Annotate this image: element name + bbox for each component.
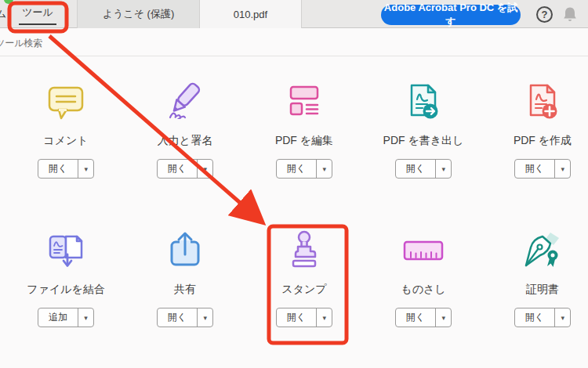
tab-home-partial[interactable]: ム bbox=[0, 0, 6, 28]
measure-open-button[interactable]: 開く ▾ bbox=[395, 308, 452, 327]
tool-card-edit-pdf: PDF を編集 開く ▾ bbox=[253, 74, 355, 179]
tool-label: 証明書 bbox=[492, 283, 588, 298]
fill-sign-open-button[interactable]: 開く ▾ bbox=[157, 159, 213, 179]
tool-card-certificate: 証明書 開く ▾ bbox=[492, 223, 588, 327]
share-open-button[interactable]: 開く ▾ bbox=[157, 308, 213, 327]
tool-card-measure: ものさし 開く ▾ bbox=[372, 223, 474, 327]
chevron-down-icon[interactable]: ▾ bbox=[197, 160, 212, 178]
chevron-down-icon[interactable]: ▾ bbox=[554, 308, 570, 327]
tool-card-comment: コメント 開く ▾ bbox=[15, 74, 117, 179]
top-tab-bar: ム ツール ようこそ (保護) 010.pdf Adobe Acrobat Pr… bbox=[0, 0, 588, 28]
export-pdf-open-button[interactable]: 開く ▾ bbox=[395, 159, 452, 179]
chevron-down-icon[interactable]: ▾ bbox=[435, 160, 451, 178]
combine-files-add-button[interactable]: 追加 ▾ bbox=[38, 308, 94, 327]
tool-label: PDF を作成 bbox=[492, 134, 588, 150]
notifications-bell-icon[interactable] bbox=[562, 6, 578, 23]
tool-label: スタンプ bbox=[253, 283, 355, 298]
certificate-icon bbox=[492, 223, 588, 278]
tool-card-stamp: スタンプ 開く ▾ bbox=[253, 223, 355, 327]
tab-tools-label: ツール bbox=[19, 3, 56, 25]
certificate-open-button[interactable]: 開く ▾ bbox=[514, 308, 571, 327]
share-icon bbox=[134, 223, 236, 278]
tool-card-share: 共有 開く ▾ bbox=[134, 223, 236, 327]
tool-card-create-pdf: PDF を作成 開く ▾ bbox=[492, 74, 588, 179]
chevron-down-icon[interactable]: ▾ bbox=[316, 160, 332, 178]
measure-icon bbox=[372, 223, 474, 278]
chevron-down-icon[interactable]: ▾ bbox=[78, 160, 93, 178]
combine-files-icon bbox=[15, 223, 117, 278]
tool-card-export-pdf: PDF を書き出し 開く ▾ bbox=[372, 74, 474, 179]
tool-card-combine-files: ファイルを結合 追加 ▾ bbox=[15, 223, 117, 327]
chevron-down-icon[interactable]: ▾ bbox=[554, 160, 570, 178]
tool-label: ものさし bbox=[372, 283, 474, 298]
stamp-icon bbox=[253, 223, 355, 278]
tab-welcome-protected[interactable]: ようこそ (保護) bbox=[77, 0, 200, 28]
help-icon[interactable]: ? bbox=[536, 6, 553, 23]
chevron-down-icon[interactable]: ▾ bbox=[78, 308, 93, 327]
tool-label: 共有 bbox=[134, 283, 236, 298]
tool-label: PDF を書き出し bbox=[372, 134, 474, 150]
tab-tools[interactable]: ツール bbox=[9, 0, 66, 28]
edit-pdf-icon bbox=[253, 74, 355, 129]
chevron-down-icon[interactable]: ▾ bbox=[316, 308, 332, 327]
edit-pdf-open-button[interactable]: 開く ▾ bbox=[276, 159, 332, 179]
tab-document-010pdf[interactable]: 010.pdf bbox=[200, 0, 302, 28]
tool-card-fill-sign: 入力と署名 開く ▾ bbox=[134, 74, 236, 179]
chevron-down-icon[interactable]: ▾ bbox=[435, 308, 451, 327]
tool-label: ファイルを結合 bbox=[15, 283, 117, 298]
export-pdf-icon bbox=[372, 74, 474, 129]
divider bbox=[0, 56, 588, 56]
tool-label: 入力と署名 bbox=[134, 134, 236, 150]
fill-sign-icon bbox=[134, 74, 236, 129]
tool-label: コメント bbox=[15, 134, 117, 150]
try-acrobat-pro-button[interactable]: Adobe Acrobat Pro DC を試す bbox=[381, 5, 521, 25]
comment-icon bbox=[15, 74, 117, 129]
create-pdf-icon bbox=[492, 74, 588, 129]
tool-label: PDF を編集 bbox=[253, 134, 355, 150]
tool-search-field[interactable]: ツール検索 bbox=[0, 37, 43, 50]
stamp-open-button[interactable]: 開く ▾ bbox=[276, 308, 332, 327]
comment-open-button[interactable]: 開く ▾ bbox=[38, 159, 94, 179]
create-pdf-open-button[interactable]: 開く ▾ bbox=[514, 159, 571, 179]
chevron-down-icon[interactable]: ▾ bbox=[197, 308, 212, 327]
